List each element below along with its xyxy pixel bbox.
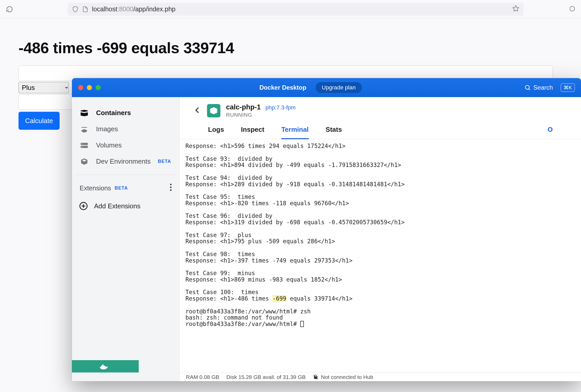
images-icon <box>80 125 89 133</box>
sidebar-label: Extensions <box>80 184 111 192</box>
footer-hub-status: Not connected to Hub <box>313 374 373 380</box>
sidebar-item-volumes[interactable]: Volumes <box>72 137 180 153</box>
svg-point-6 <box>82 143 82 144</box>
svg-point-1 <box>570 6 575 11</box>
back-chevron-icon[interactable] <box>194 106 201 115</box>
svg-point-9 <box>170 186 172 188</box>
sidebar-extensions-header[interactable]: Extensions BETA <box>72 180 180 196</box>
tab-terminal[interactable]: Terminal <box>281 126 308 139</box>
container-name: calc-php-1 <box>226 103 261 111</box>
svg-point-7 <box>82 146 82 147</box>
tab-logs[interactable]: Logs <box>208 126 224 139</box>
svg-line-3 <box>529 89 530 90</box>
search-label: Search <box>533 84 553 91</box>
page-icon <box>82 6 88 12</box>
dev-env-icon <box>80 158 89 165</box>
upgrade-plan-button[interactable]: Upgrade plan <box>316 82 362 93</box>
container-image-link[interactable]: php:7.3-fpm <box>265 104 295 111</box>
app-title: Docker Desktop <box>259 84 306 91</box>
containers-icon <box>80 109 89 117</box>
reload-button[interactable] <box>5 5 14 14</box>
sidebar-label: Add Extensions <box>94 202 140 210</box>
footer-ram: RAM 0.08 GB <box>186 374 219 380</box>
sidebar-label: Volumes <box>96 141 122 149</box>
kebab-menu-icon[interactable] <box>170 184 172 192</box>
shield-icon <box>72 6 79 13</box>
search-shortcut: ⌘K <box>561 83 575 92</box>
search-button[interactable]: Search <box>524 84 553 91</box>
footer-disk: Disk 15.28 GB avail. of 31.39 GB <box>227 374 306 380</box>
calculate-button[interactable]: Calculate <box>18 112 60 130</box>
operator-select[interactable]: Plus <box>18 82 69 93</box>
close-traffic-light[interactable] <box>78 85 83 90</box>
sidebar-add-extensions[interactable]: Add Extensions <box>72 196 180 216</box>
sidebar-item-images[interactable]: Images <box>72 121 180 137</box>
docker-desktop-window: Docker Desktop Upgrade plan Search ⌘K Co… <box>72 78 581 381</box>
titlebar: Docker Desktop Upgrade plan Search ⌘K <box>72 78 581 97</box>
sidebar-label: Containers <box>96 109 131 117</box>
sidebar-label: Images <box>96 125 118 133</box>
tab-stats[interactable]: Stats <box>326 126 342 139</box>
zoom-traffic-light[interactable] <box>96 85 101 90</box>
minimize-traffic-light[interactable] <box>87 85 92 90</box>
svg-point-10 <box>170 189 172 191</box>
container-status: RUNNING <box>226 112 296 118</box>
beta-badge: BETA <box>158 159 171 164</box>
bookmark-star-icon[interactable] <box>512 5 519 14</box>
url-bar[interactable]: localhost:8000/app/index.php <box>68 3 523 16</box>
window-traffic-lights[interactable] <box>78 85 101 90</box>
svg-marker-0 <box>513 5 519 11</box>
terminal-output[interactable]: Response: <h1>596 times 294 equals 17522… <box>180 139 581 372</box>
sidebar-label: Dev Environments <box>96 157 151 165</box>
container-cube-icon <box>207 104 220 117</box>
docker-whale-footer-icon[interactable] <box>72 360 139 372</box>
beta-badge: BETA <box>115 185 128 191</box>
sidebar-item-containers[interactable]: Containers <box>72 105 180 121</box>
url-text: localhost:8000/app/index.php <box>92 5 175 13</box>
result-heading: -486 times -699 equals 339714 <box>18 39 563 57</box>
svg-point-2 <box>525 85 529 89</box>
tab-open-external[interactable]: O <box>548 126 553 139</box>
sidebar-item-dev-environments[interactable]: Dev Environments BETA <box>72 153 180 170</box>
sidebar: Containers Images Volumes Dev Environmen… <box>72 97 180 381</box>
browser-overflow-icon[interactable] <box>569 5 576 13</box>
svg-point-8 <box>170 184 172 185</box>
volumes-icon <box>80 142 89 149</box>
tab-inspect[interactable]: Inspect <box>241 126 264 139</box>
